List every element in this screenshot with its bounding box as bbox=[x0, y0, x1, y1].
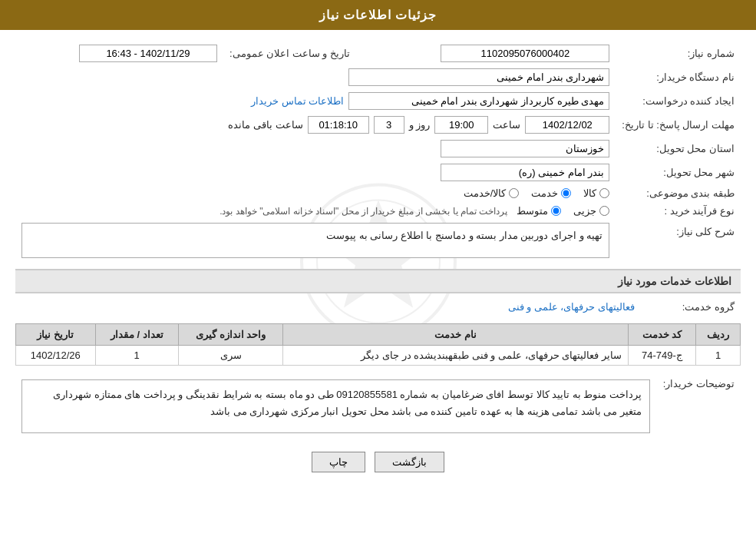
dastgah-input[interactable] bbox=[348, 68, 609, 86]
tabaqe-options: کالا خدمت کالا/خدمت bbox=[15, 184, 616, 202]
radio-motavaset-input[interactable] bbox=[551, 206, 561, 216]
grohe-link[interactable]: فعالیتهای حرفهای، علمی و فنی bbox=[508, 301, 635, 313]
cell-radif: 1 bbox=[696, 346, 741, 366]
th-tedad: تعداد / مقدار bbox=[95, 324, 178, 346]
page-wrapper: جزئیات اطلاعات نیاز AnaFinder.net شماره … bbox=[0, 0, 756, 540]
cell-nam: سایر فعالیتهای حرفهای، علمی و فنی طبقهبن… bbox=[283, 346, 629, 366]
grohe-value: فعالیتهای حرفهای، علمی و فنی bbox=[15, 298, 641, 316]
shomare-niaz-input[interactable] bbox=[441, 45, 609, 62]
radio-kala-label: کالا bbox=[583, 187, 596, 199]
page-title: جزئیات اطلاعات نیاز bbox=[319, 8, 437, 22]
baghi-label: ساعت باقی مانده bbox=[228, 119, 302, 131]
th-kod: کد خدمت bbox=[628, 324, 695, 346]
radio-kala-khadamat-label: کالا/خدمت bbox=[464, 187, 507, 199]
ostan-label: استان محل تحویل: bbox=[616, 137, 741, 161]
radio-kala[interactable]: کالا bbox=[583, 187, 609, 199]
noe-options: جزیی متوسط پرداخت تمام یا بخشی از مبلغ خ… bbox=[15, 202, 616, 220]
sharh-textarea[interactable]: تهیه و اجرای دوربین مدار بسته و دماسنج ب… bbox=[21, 223, 609, 258]
ijad-value: اطلاعات تماس خریدار bbox=[15, 89, 616, 113]
tozi-box[interactable]: پرداخت منوط به تایید کالا توسط افای ضرغا… bbox=[21, 379, 650, 433]
sharh-value: تهیه و اجرای دوربین مدار بسته و دماسنج ب… bbox=[15, 220, 616, 261]
mohlat-values: ساعت روز و ساعت باقی مانده bbox=[15, 113, 616, 137]
baghi-input[interactable] bbox=[308, 116, 369, 134]
content-inner: شماره نیاز: تاریخ و ساعت اعلان عمومی: نا… bbox=[15, 41, 741, 472]
radio-kala-khadamat[interactable]: کالا/خدمت bbox=[464, 187, 520, 199]
th-radif: ردیف bbox=[696, 324, 741, 346]
dastgah-label: نام دستگاه خریدار: bbox=[616, 65, 741, 89]
cell-tarikh: 1402/12/26 bbox=[16, 346, 96, 366]
radio-jazii[interactable]: جزیی bbox=[573, 205, 609, 217]
radio-kala-input[interactable] bbox=[599, 188, 609, 198]
shahr-input[interactable] bbox=[441, 164, 609, 181]
tozi-value: پرداخت منوط به تایید کالا توسط افای ضرغا… bbox=[15, 372, 656, 441]
tarikh-alan-label: تاریخ و ساعت اعلان عمومی: bbox=[223, 41, 365, 65]
print-button[interactable]: چاپ bbox=[312, 452, 365, 472]
table-row: 1 ج-749-74 سایر فعالیتهای حرفهای، علمی و… bbox=[16, 346, 741, 366]
tabaqe-label: طبقه بندی موضوعی: bbox=[616, 184, 741, 202]
info-table: شماره نیاز: تاریخ و ساعت اعلان عمومی: نا… bbox=[15, 41, 741, 261]
main-content: AnaFinder.net شماره نیاز: تاریخ و ساعت ا… bbox=[0, 30, 756, 495]
radio-kala-khadamat-input[interactable] bbox=[509, 188, 519, 198]
ostan-value bbox=[15, 137, 616, 161]
ijad-input[interactable] bbox=[348, 92, 609, 110]
dastgah-value bbox=[15, 65, 616, 89]
noe-label: نوع فرآیند خرید : bbox=[616, 202, 741, 220]
saat-label: ساعت bbox=[493, 119, 520, 131]
th-vahed: واحد اندازه گیری bbox=[178, 324, 282, 346]
saat-input[interactable] bbox=[434, 116, 488, 134]
radio-khadamat[interactable]: خدمت bbox=[531, 187, 571, 199]
noe-note: پرداخت تمام یا بخشی از مبلغ خریدار از مح… bbox=[220, 206, 507, 217]
cell-kod: ج-749-74 bbox=[628, 346, 695, 366]
radio-jazii-label: جزیی bbox=[573, 205, 596, 217]
radio-jazii-input[interactable] bbox=[599, 206, 609, 216]
roz-label: روز و bbox=[409, 119, 431, 131]
page-header: جزئیات اطلاعات نیاز bbox=[0, 0, 756, 30]
tarikh-alan-value bbox=[15, 41, 223, 65]
back-button[interactable]: بازگشت bbox=[375, 452, 444, 472]
th-nam: نام خدمت bbox=[283, 324, 629, 346]
btn-row: بازگشت چاپ bbox=[15, 452, 741, 472]
shomare-niaz-label: شماره نیاز: bbox=[616, 41, 741, 65]
services-table: ردیف کد خدمت نام خدمت واحد اندازه گیری ت… bbox=[15, 323, 741, 366]
cell-tedad: 1 bbox=[95, 346, 178, 366]
th-tarikh: تاریخ نیاز bbox=[16, 324, 96, 346]
shahr-value bbox=[15, 161, 616, 184]
grohe-table: گروه خدمت: فعالیتهای حرفهای، علمی و فنی bbox=[15, 298, 741, 316]
khadamat-section-title: اطلاعات خدمات مورد نیاز bbox=[15, 269, 741, 293]
shomare-niaz-value bbox=[365, 41, 616, 65]
ijad-label: ایجاد کننده درخواست: bbox=[616, 89, 741, 113]
mohlat-label: مهلت ارسال پاسخ: تا تاریخ: bbox=[616, 113, 741, 137]
cell-vahed: سری bbox=[178, 346, 282, 366]
ostan-input[interactable] bbox=[441, 140, 609, 157]
radio-motavaset-label: متوسط bbox=[517, 205, 548, 217]
grohe-label: گروه خدمت: bbox=[641, 298, 741, 316]
roz-input[interactable] bbox=[374, 116, 404, 134]
tarikh-input[interactable] bbox=[525, 116, 609, 134]
tamaas-link[interactable]: اطلاعات تماس خریدار bbox=[251, 95, 344, 107]
radio-khadamat-label: خدمت bbox=[531, 187, 558, 199]
tozi-label: توضیحات خریدار: bbox=[656, 372, 741, 441]
tozi-table: توضیحات خریدار: پرداخت منوط به تایید کال… bbox=[15, 372, 741, 441]
tarikh-alan-input[interactable] bbox=[79, 45, 217, 62]
shahr-label: شهر محل تحویل: bbox=[616, 161, 741, 184]
sharh-label: شرح کلی نیاز: bbox=[616, 220, 741, 261]
radio-khadamat-input[interactable] bbox=[561, 188, 571, 198]
radio-motavaset[interactable]: متوسط bbox=[517, 205, 561, 217]
